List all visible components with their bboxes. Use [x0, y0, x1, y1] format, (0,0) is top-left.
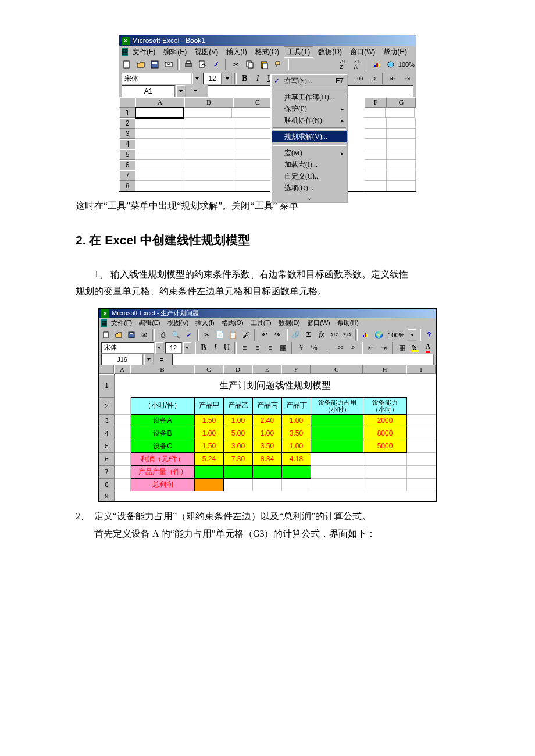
new-icon[interactable]: [120, 58, 133, 71]
cell[interactable]: [195, 465, 224, 478]
mail-icon[interactable]: [162, 58, 175, 71]
row-header[interactable]: 7: [99, 465, 115, 478]
cell[interactable]: 1.00: [282, 414, 311, 427]
cell[interactable]: 设备能力（小时）: [363, 397, 407, 414]
cell[interactable]: 设备C: [131, 440, 195, 452]
select-all-corner[interactable]: [99, 365, 114, 374]
col-header[interactable]: G: [311, 365, 363, 374]
chart-icon[interactable]: [370, 58, 383, 71]
menu-item-addins[interactable]: 加载宏(I)...: [272, 159, 347, 170]
italic-button[interactable]: I: [210, 342, 220, 354]
cell[interactable]: [195, 478, 224, 491]
menu-insert[interactable]: 插入(I): [223, 47, 250, 57]
cell[interactable]: 设备能力占用（小时）: [311, 397, 363, 414]
percent-icon[interactable]: %: [308, 341, 320, 354]
bold-button[interactable]: B: [239, 73, 251, 84]
decrease-decimal-icon[interactable]: .0: [367, 72, 380, 85]
map-icon[interactable]: 🌍: [373, 329, 384, 341]
row-header[interactable]: 6: [99, 452, 115, 465]
cell[interactable]: 4.18: [282, 452, 311, 465]
col-header-B[interactable]: B: [184, 97, 233, 108]
col-header[interactable]: H: [363, 365, 406, 374]
open-icon[interactable]: [113, 329, 124, 341]
increase-decimal-icon[interactable]: .00: [334, 341, 345, 354]
menu-item-protect[interactable]: 保护(P): [272, 103, 347, 115]
worksheet-grid[interactable]: A B C F G 1 2 3 4 5 6 7 8 ✓: [119, 97, 416, 191]
align-right-icon[interactable]: ≡: [265, 341, 276, 354]
cell[interactable]: （小时/件）: [131, 397, 195, 414]
decrease-indent-icon[interactable]: ⇤: [387, 72, 400, 85]
size-dropdown-icon[interactable]: [183, 342, 192, 354]
menu-format[interactable]: 格式(O): [252, 47, 283, 57]
cut-icon[interactable]: ✂: [230, 58, 242, 71]
cell[interactable]: [311, 440, 363, 452]
row-header[interactable]: 5: [119, 149, 135, 160]
menu-file[interactable]: 文件(F): [129, 47, 159, 57]
zoom-dropdown-icon[interactable]: [408, 329, 416, 341]
formula-bar[interactable]: [172, 354, 434, 365]
worksheet-grid[interactable]: A B C D E F G H I 1 生产计划问题线性规划模型: [99, 365, 436, 501]
font-color-icon[interactable]: A: [422, 341, 434, 354]
cut-icon[interactable]: ✂: [201, 329, 213, 341]
menu-format[interactable]: 格式(O): [219, 318, 247, 329]
cell[interactable]: 2000: [363, 414, 407, 427]
font-dropdown-icon[interactable]: [192, 73, 202, 84]
menu-data[interactable]: 数据(D): [315, 47, 345, 57]
font-size-selector[interactable]: 12: [165, 342, 182, 354]
col-header[interactable]: D: [223, 365, 252, 374]
size-dropdown-icon[interactable]: [223, 73, 232, 84]
cell[interactable]: 产品乙: [224, 397, 253, 414]
align-center-icon[interactable]: ≡: [252, 341, 263, 354]
row-header[interactable]: 8: [99, 478, 115, 491]
menu-view[interactable]: 视图(V): [191, 47, 222, 57]
menu-item-options[interactable]: 选项(O)...: [272, 182, 347, 194]
print-icon[interactable]: ⎙: [157, 329, 169, 341]
decrease-indent-icon[interactable]: ⇤: [365, 341, 377, 354]
cell[interactable]: 1.00: [195, 427, 224, 440]
align-left-icon[interactable]: ≡: [239, 341, 251, 354]
menu-tools[interactable]: 工具(T): [248, 318, 274, 329]
row-header[interactable]: 8: [119, 181, 135, 191]
paste-icon[interactable]: [258, 58, 270, 71]
italic-button[interactable]: I: [252, 73, 263, 84]
cell[interactable]: 设备A: [131, 414, 195, 427]
open-icon[interactable]: [134, 58, 147, 71]
paste-icon[interactable]: 📋: [227, 329, 239, 341]
decrease-decimal-icon[interactable]: .0: [347, 341, 358, 354]
increase-indent-icon[interactable]: ⇥: [401, 72, 413, 85]
menu-item-macro[interactable]: 宏(M): [272, 147, 347, 159]
row-header[interactable]: 9: [99, 491, 115, 501]
cell[interactable]: [224, 465, 253, 478]
row-header[interactable]: 3: [99, 414, 115, 427]
menu-tools[interactable]: 工具(T): [284, 46, 313, 58]
col-header[interactable]: I: [406, 365, 436, 374]
chart-icon[interactable]: [360, 329, 372, 341]
row-header[interactable]: 6: [119, 160, 135, 170]
row-header[interactable]: 7: [119, 170, 135, 181]
row-header[interactable]: 2: [99, 397, 115, 414]
zoom-value[interactable]: 100%: [398, 61, 415, 68]
spellcheck-icon[interactable]: ✓: [183, 329, 194, 341]
cell[interactable]: 3.50: [253, 440, 282, 452]
row-header[interactable]: 1: [119, 108, 135, 118]
menu-item-solver[interactable]: 规划求解(V)...: [272, 131, 347, 142]
menu-item-spelling[interactable]: ✓ 拼写(S)... F7: [272, 75, 347, 87]
name-box[interactable]: J16: [101, 354, 143, 365]
spellcheck-icon[interactable]: ✓: [210, 58, 223, 71]
sort-asc-icon[interactable]: A↓Z: [337, 58, 349, 71]
col-header-G[interactable]: G: [387, 97, 416, 108]
cell[interactable]: 7.30: [224, 452, 253, 465]
sort-asc-icon[interactable]: A↓Z: [329, 329, 340, 341]
menu-edit[interactable]: 编辑(E): [136, 318, 163, 329]
menu-file[interactable]: 文件(F): [108, 318, 135, 329]
col-header[interactable]: F: [281, 365, 311, 374]
preview-icon[interactable]: 🔍: [170, 329, 181, 341]
col-header[interactable]: B: [130, 365, 194, 374]
row-header[interactable]: 3: [119, 129, 135, 139]
cell[interactable]: 5.00: [224, 427, 253, 440]
menu-item-customize[interactable]: 自定义(C)...: [272, 170, 347, 182]
cell[interactable]: 1.50: [195, 414, 224, 427]
menu-item-share[interactable]: 共享工作簿(H)...: [272, 91, 347, 103]
cell[interactable]: 8000: [363, 427, 407, 440]
underline-button[interactable]: U: [222, 342, 232, 354]
